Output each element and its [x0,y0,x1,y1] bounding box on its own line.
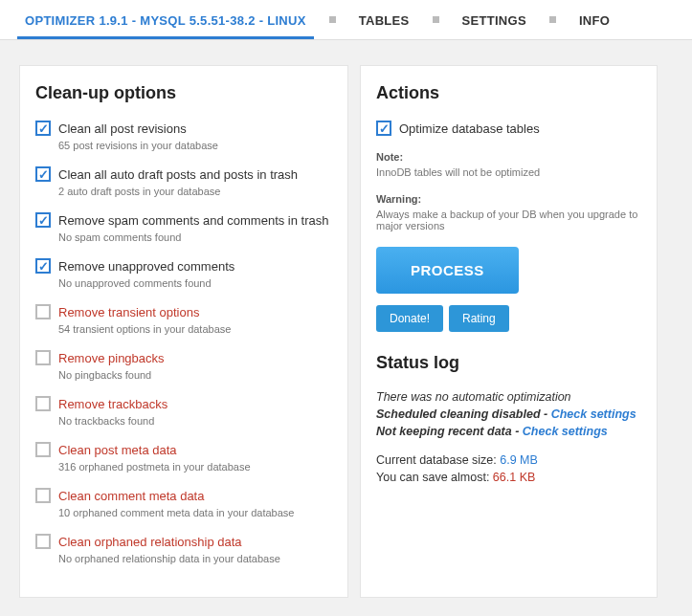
cleanup-option-sub: 65 post revisions in your database [58,140,332,151]
cleanup-option-sub: 316 orphaned postmeta in your database [58,461,332,473]
cleanup-option: Clean all post revisions65 post revision… [35,121,332,151]
warning-label: Warning: [376,193,641,205]
actions-heading: Actions [376,83,641,103]
optimize-label: Optimize database tables [399,121,540,136]
donate-button[interactable]: Donate! [376,305,443,332]
cleanup-option: Clean post meta data316 orphaned postmet… [35,442,332,473]
status-no-auto: There was no automatic optimization [376,390,641,404]
cleanup-option-sub: 10 orphaned comment meta data in your da… [58,507,332,518]
actions-panel: Actions Optimize database tables Note: I… [360,65,658,598]
process-button[interactable]: PROCESS [376,247,519,294]
cleanup-checkbox[interactable] [35,534,51,549]
cleanup-checkbox[interactable] [35,166,51,182]
rating-button[interactable]: Rating [449,305,509,332]
cleanup-panel: Clean-up options Clean all post revision… [19,65,348,598]
tab-separator [549,16,556,23]
cleanup-option: Clean all auto draft posts and posts in … [35,166,332,197]
cleanup-option-label: Remove pingbacks [58,351,165,365]
cleanup-option-label: Clean comment meta data [58,489,204,503]
tab-brand[interactable]: OPTIMIZER 1.9.1 - MYSQL 5.5.51-38.2 - LI… [17,0,314,39]
cleanup-option-label: Clean all auto draft posts and posts in … [58,167,298,182]
cleanup-checkbox[interactable] [35,396,51,411]
tab-separator [433,16,439,23]
cleanup-option-sub: No orphaned relationship data in your da… [58,553,332,564]
tab-separator [329,16,336,23]
cleanup-option-label: Clean all post revisions [58,121,187,136]
save-line: You can save almost: 66.1 KB [376,471,641,484]
cleanup-checkbox[interactable] [35,304,51,319]
save-value: 66.1 KB [493,471,535,484]
cleanup-option: Remove spam comments and comments in tra… [35,212,332,243]
cleanup-checkbox[interactable] [35,121,51,136]
cleanup-option-sub: 54 transient options in your database [58,323,332,335]
tab-info[interactable]: INFO [571,0,617,39]
cleanup-option-label: Remove trackbacks [58,397,167,411]
check-settings-link[interactable]: Check settings [551,407,636,421]
db-size-value: 6.9 MB [500,453,538,467]
cleanup-option-sub: No pingbacks found [58,369,332,381]
cleanup-checkbox[interactable] [35,442,51,457]
cleanup-option-label: Clean post meta data [58,443,177,457]
db-size-line: Current database size: 6.9 MB [376,453,641,467]
note-text: InnoDB tables will not be optimized [376,166,641,178]
cleanup-option: Remove trackbacksNo trackbacks found [35,396,332,427]
check-settings-link[interactable]: Check settings [523,425,608,438]
status-scheduled: Scheduled cleaning disabled - Check sett… [376,407,641,421]
tab-settings[interactable]: SETTINGS [455,0,534,39]
cleanup-checkbox[interactable] [35,350,51,365]
cleanup-option: Clean orphaned relationship dataNo orpha… [35,534,332,564]
cleanup-option-label: Remove unapproved comments [58,259,234,274]
cleanup-checkbox[interactable] [35,258,51,274]
cleanup-option-label: Clean orphaned relationship data [58,535,242,549]
cleanup-option: Remove unapproved commentsNo unapproved … [35,258,332,289]
cleanup-option: Clean comment meta data10 orphaned comme… [35,488,332,518]
cleanup-heading: Clean-up options [35,83,332,103]
cleanup-option-sub: 2 auto draft posts in your database [58,186,332,197]
cleanup-option-label: Remove transient options [58,305,199,319]
warning-text: Always make a backup of your DB when you… [376,209,641,231]
top-tabs: OPTIMIZER 1.9.1 - MYSQL 5.5.51-38.2 - LI… [0,0,692,40]
tab-tables[interactable]: TABLES [351,0,417,39]
note-label: Note: [376,151,641,163]
status-heading: Status log [376,353,641,373]
cleanup-option-sub: No trackbacks found [58,415,332,427]
cleanup-checkbox[interactable] [35,488,51,503]
cleanup-option-sub: No unapproved comments found [58,277,332,289]
cleanup-option-label: Remove spam comments and comments in tra… [58,213,329,228]
cleanup-option-sub: No spam comments found [58,231,332,243]
optimize-checkbox[interactable] [376,121,391,136]
status-recent-data: Not keeping recent data - Check settings [376,425,641,438]
cleanup-option: Remove pingbacksNo pingbacks found [35,350,332,381]
cleanup-option: Remove transient options54 transient opt… [35,304,332,335]
cleanup-checkbox[interactable] [35,212,51,228]
